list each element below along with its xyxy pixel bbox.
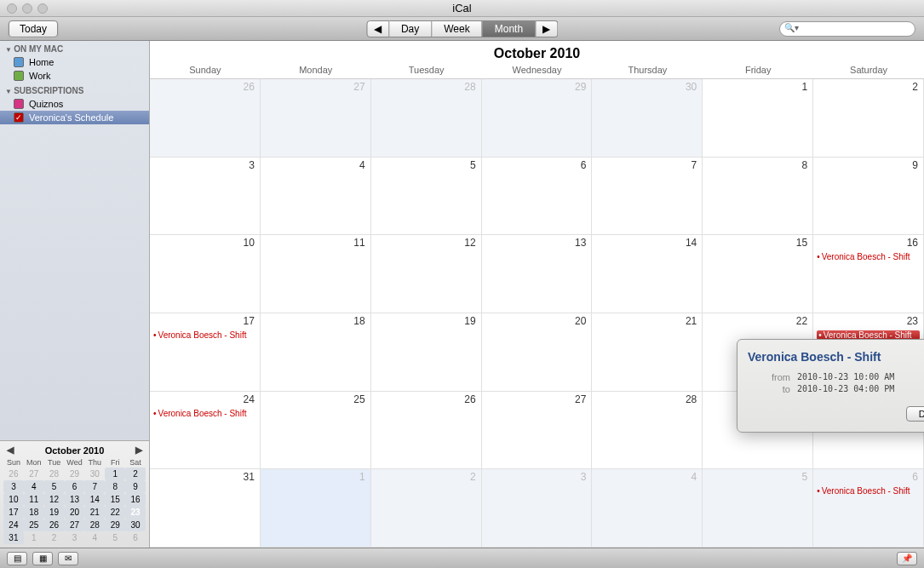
mini-day-cell[interactable]: 3	[65, 531, 85, 544]
calendar-checkbox[interactable]	[14, 57, 24, 67]
mini-day-cell[interactable]: 21	[84, 506, 105, 519]
prev-period-button[interactable]: ◀	[366, 20, 389, 37]
mini-day-cell[interactable]: 9	[125, 480, 146, 493]
day-cell[interactable]: 20	[482, 313, 593, 392]
day-cell[interactable]: 31	[150, 469, 261, 548]
day-cell[interactable]: 7	[592, 158, 703, 236]
mini-day-cell[interactable]: 15	[105, 493, 125, 506]
mini-day-cell[interactable]: 6	[65, 480, 85, 493]
mini-day-cell[interactable]: 26	[44, 519, 65, 531]
mini-prev-button[interactable]: ◀	[7, 445, 14, 456]
mini-day-cell[interactable]: 25	[24, 519, 44, 531]
day-cell[interactable]: 28	[592, 392, 703, 470]
day-cell[interactable]: 14	[592, 235, 703, 313]
day-cell[interactable]: 1	[703, 79, 813, 158]
search-input[interactable]	[779, 21, 915, 37]
mini-day-cell[interactable]: 29	[65, 468, 85, 480]
day-cell[interactable]: 27	[482, 392, 593, 470]
month-view-tab[interactable]: Month	[483, 20, 536, 37]
today-button[interactable]: Today	[9, 20, 58, 37]
day-view-tab[interactable]: Day	[389, 20, 432, 37]
event-item[interactable]: Veronica Boesch - Shift	[153, 330, 256, 340]
day-cell[interactable]: 6	[482, 158, 593, 236]
mini-day-cell[interactable]: 14	[84, 493, 105, 506]
day-cell[interactable]: 29	[482, 79, 593, 158]
calendar-checkbox[interactable]	[14, 99, 24, 109]
mini-day-cell[interactable]: 6	[125, 531, 146, 544]
minimize-window-button[interactable]	[22, 3, 32, 14]
day-cell[interactable]: 16Veronica Boesch - Shift	[813, 235, 924, 313]
mini-day-cell[interactable]: 2	[44, 531, 65, 544]
day-cell[interactable]: 11	[261, 235, 371, 313]
day-cell[interactable]: 15	[703, 235, 813, 313]
day-cell[interactable]: 1	[261, 469, 371, 548]
mini-day-cell[interactable]: 4	[24, 480, 44, 493]
mini-day-cell[interactable]: 7	[84, 480, 105, 493]
mini-day-cell[interactable]: 11	[24, 493, 44, 506]
mini-day-cell[interactable]: 2	[125, 468, 146, 480]
mini-day-cell[interactable]: 23	[125, 506, 146, 519]
mini-day-cell[interactable]: 19	[44, 506, 65, 519]
mini-day-cell[interactable]: 22	[105, 506, 125, 519]
calendar-list-item[interactable]: Work	[0, 69, 149, 83]
mini-day-cell[interactable]: 29	[105, 519, 125, 531]
mini-day-cell[interactable]: 16	[125, 493, 146, 506]
zoom-window-button[interactable]	[37, 3, 48, 14]
next-period-button[interactable]: ▶	[536, 20, 558, 37]
mini-day-cell[interactable]: 4	[84, 531, 105, 544]
event-item[interactable]: Veronica Boesch - Shift	[817, 252, 920, 261]
day-cell[interactable]: 19	[371, 313, 482, 392]
mini-day-cell[interactable]: 27	[24, 468, 44, 480]
mini-day-cell[interactable]: 3	[3, 480, 24, 493]
calendar-list-item[interactable]: Home	[0, 55, 149, 69]
pin-button[interactable]: 📌	[897, 552, 917, 565]
day-cell[interactable]: 21	[592, 313, 703, 392]
mini-day-cell[interactable]: 26	[3, 468, 24, 480]
day-cell[interactable]: 3	[150, 158, 261, 236]
calendar-checkbox[interactable]	[14, 71, 24, 81]
event-item[interactable]: Veronica Boesch - Shift	[153, 409, 256, 418]
day-cell[interactable]: 6Veronica Boesch - Shift	[813, 469, 924, 548]
day-cell[interactable]: 2	[813, 79, 924, 158]
week-view-tab[interactable]: Week	[432, 20, 482, 37]
calendar-checkbox[interactable]: ✓	[14, 112, 24, 123]
mini-day-cell[interactable]: 30	[84, 468, 105, 480]
event-item[interactable]: Veronica Boesch - Shift	[817, 486, 920, 496]
mini-day-cell[interactable]: 28	[84, 519, 105, 531]
sidebar-section-header[interactable]: On My Mac	[0, 41, 149, 55]
day-cell[interactable]: 18	[261, 313, 371, 392]
day-cell[interactable]: 30	[592, 79, 703, 158]
day-cell[interactable]: 12	[371, 235, 482, 313]
day-cell[interactable]: 4	[261, 158, 371, 236]
day-cell[interactable]: 24Veronica Boesch - Shift	[150, 392, 261, 470]
day-cell[interactable]: 28	[371, 79, 482, 158]
show-mini-month-button[interactable]: ▦	[32, 552, 53, 565]
calendar-list-item[interactable]: Quiznos	[0, 97, 149, 111]
day-cell[interactable]: 26	[150, 79, 261, 158]
sidebar-section-header[interactable]: Subscriptions	[0, 83, 149, 97]
show-notifications-button[interactable]: ✉	[58, 552, 78, 565]
mini-day-cell[interactable]: 13	[65, 493, 85, 506]
mini-day-cell[interactable]: 1	[105, 468, 125, 480]
day-cell[interactable]: 26	[371, 392, 482, 470]
close-window-button[interactable]	[7, 3, 17, 14]
mini-day-cell[interactable]: 24	[3, 519, 24, 531]
mini-day-cell[interactable]: 17	[3, 506, 24, 519]
mini-next-button[interactable]: ▶	[135, 445, 142, 456]
mini-day-cell[interactable]: 31	[3, 531, 24, 544]
mini-day-cell[interactable]: 5	[44, 480, 65, 493]
day-cell[interactable]: 3	[482, 469, 593, 548]
mini-day-cell[interactable]: 20	[65, 506, 85, 519]
day-cell[interactable]: 5	[703, 469, 813, 548]
mini-day-cell[interactable]: 12	[44, 493, 65, 506]
day-cell[interactable]: 10	[150, 235, 261, 313]
day-cell[interactable]: 9	[813, 158, 924, 236]
mini-day-cell[interactable]: 27	[65, 519, 85, 531]
day-cell[interactable]: 25	[261, 392, 371, 470]
day-cell[interactable]: 8	[703, 158, 813, 236]
mini-day-cell[interactable]: 30	[125, 519, 146, 531]
day-cell[interactable]: 2	[371, 469, 482, 548]
mini-day-cell[interactable]: 8	[105, 480, 125, 493]
day-cell[interactable]: 13	[482, 235, 593, 313]
done-button[interactable]: Done	[906, 406, 924, 422]
